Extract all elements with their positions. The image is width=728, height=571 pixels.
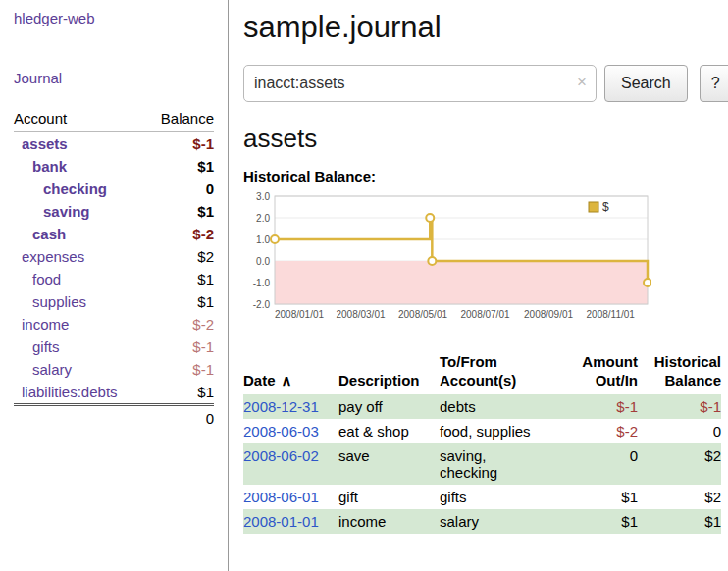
account-row: saving$1 — [14, 200, 214, 223]
transaction-accounts: saving, checking — [440, 443, 567, 485]
transactions-table: Date∧ Description To/From Account(s) Amo… — [243, 351, 721, 534]
chart-heading: Historical Balance: — [243, 168, 728, 184]
transactions-header-row: Date∧ Description To/From Account(s) Amo… — [243, 351, 721, 394]
accounts-total-row: 0 — [14, 405, 214, 431]
data-point-marker — [644, 279, 651, 286]
transaction-description: eat & shop — [338, 419, 440, 443]
account-balance: $1 — [146, 155, 214, 178]
account-row: cash$-2 — [14, 223, 214, 245]
account-link[interactable]: saving — [14, 203, 90, 220]
y-tick-label: -2.0 — [253, 299, 271, 310]
account-link[interactable]: expenses — [14, 248, 84, 265]
column-header-date[interactable]: Date∧ — [243, 351, 338, 394]
account-link[interactable]: liabilities:debts — [14, 384, 118, 400]
search-button[interactable]: Search — [604, 65, 688, 102]
account-link[interactable]: food — [14, 271, 61, 287]
account-balance: $-1 — [146, 132, 214, 156]
transaction-description: pay off — [338, 394, 440, 419]
transaction-accounts: debts — [440, 394, 567, 419]
nav-journal-link[interactable]: Journal — [14, 70, 214, 86]
app-window: hledger-web Journal Account Balance asse… — [0, 0, 728, 571]
data-point-marker — [271, 235, 279, 243]
search-box: × — [243, 65, 597, 102]
transaction-row: 2008-06-02savesaving, checking0$2 — [243, 443, 721, 485]
transaction-amount: $1 — [567, 485, 638, 509]
account-link[interactable]: income — [14, 316, 69, 333]
help-button[interactable]: ? — [700, 65, 728, 102]
account-balance: $1 — [146, 381, 214, 405]
x-tick-label: 2008/07/01 — [460, 309, 509, 320]
y-tick-label: 0.0 — [256, 256, 270, 267]
x-tick-label: 2008/03/01 — [336, 309, 385, 320]
transaction-row: 2008-12-31pay offdebts$-1$-1 — [243, 394, 721, 419]
clear-search-icon[interactable]: × — [577, 74, 587, 90]
account-balance: $1 — [146, 290, 214, 313]
account-balance: $-1 — [146, 358, 214, 381]
transaction-date-link[interactable]: 2008-06-01 — [243, 489, 319, 505]
transaction-balance: $1 — [638, 509, 721, 534]
main-content: sample.journal × Search ? assets Histori… — [229, 0, 728, 571]
column-header-description: Description — [338, 351, 440, 394]
account-row: food$1 — [14, 268, 214, 290]
accounts-header-row: Account Balance — [14, 106, 214, 132]
account-row: checking0 — [14, 178, 214, 200]
transaction-accounts: gifts — [440, 485, 567, 509]
transaction-amount: $-2 — [567, 419, 638, 443]
accounts-header-account: Account — [14, 106, 146, 132]
x-tick-label: 2008/09/01 — [524, 309, 573, 320]
transaction-description: income — [338, 509, 440, 534]
account-link[interactable]: cash — [14, 226, 66, 242]
transaction-date-link[interactable]: 2008-06-02 — [243, 447, 319, 464]
account-row: liabilities:debts$1 — [14, 381, 214, 405]
account-link[interactable]: checking — [14, 181, 107, 197]
x-tick-label: 2008/11/01 — [587, 309, 636, 320]
transaction-date-link[interactable]: 2008-12-31 — [243, 398, 319, 415]
account-row: assets$-1 — [14, 132, 214, 156]
legend-label: $ — [602, 200, 609, 214]
app-title-link[interactable]: hledger-web — [14, 10, 214, 26]
transaction-date-link[interactable]: 2008-06-03 — [243, 423, 319, 440]
account-link[interactable]: salary — [14, 361, 72, 378]
account-row: bank$1 — [14, 155, 214, 178]
search-bar: × Search ? — [243, 65, 728, 102]
column-header-date-label: Date — [243, 372, 276, 389]
transaction-accounts: salary — [440, 509, 567, 534]
x-tick-label: 2008/01/01 — [275, 309, 324, 320]
transaction-balance: $2 — [638, 443, 721, 485]
account-balance: $-2 — [146, 223, 214, 245]
account-link[interactable]: gifts — [14, 338, 60, 355]
transaction-row: 2008-06-01giftgifts$1$2 — [243, 485, 721, 509]
account-balance: $1 — [146, 200, 214, 223]
accounts-total-spacer — [14, 405, 146, 431]
x-tick-label: 2008/05/01 — [398, 309, 447, 320]
sidebar: hledger-web Journal Account Balance asse… — [0, 0, 229, 571]
transaction-description: gift — [338, 485, 440, 509]
transaction-row: 2008-06-03eat & shopfood, supplies$-20 — [243, 419, 721, 443]
column-header-accounts: To/From Account(s) — [440, 351, 567, 394]
account-link[interactable]: supplies — [14, 293, 86, 310]
y-tick-label: 3.0 — [256, 191, 270, 202]
sort-asc-icon: ∧ — [282, 372, 292, 389]
account-link[interactable]: assets — [14, 135, 68, 152]
account-balance: 0 — [146, 178, 214, 200]
transaction-accounts: food, supplies — [440, 419, 567, 443]
accounts-total-balance: 0 — [146, 405, 214, 431]
account-row: salary$-1 — [14, 358, 214, 381]
y-tick-label: 1.0 — [256, 234, 270, 245]
transaction-balance: 0 — [638, 419, 721, 443]
account-row: income$-2 — [14, 313, 214, 336]
transaction-date-link[interactable]: 2008-01-01 — [243, 513, 319, 530]
account-balance: $-2 — [146, 313, 214, 336]
search-input[interactable] — [243, 65, 597, 102]
transaction-amount: $1 — [567, 509, 638, 534]
account-heading: assets — [243, 124, 728, 154]
account-row: expenses$2 — [14, 245, 214, 268]
negative-region — [275, 261, 648, 304]
transaction-row: 2008-01-01incomesalary$1$1 — [243, 509, 721, 534]
legend-swatch — [589, 202, 598, 212]
account-link[interactable]: bank — [14, 158, 67, 175]
transaction-balance: $2 — [638, 485, 721, 509]
accounts-header-balance: Balance — [146, 106, 214, 132]
account-balance: $1 — [146, 268, 214, 290]
y-tick-label: 2.0 — [256, 213, 270, 224]
